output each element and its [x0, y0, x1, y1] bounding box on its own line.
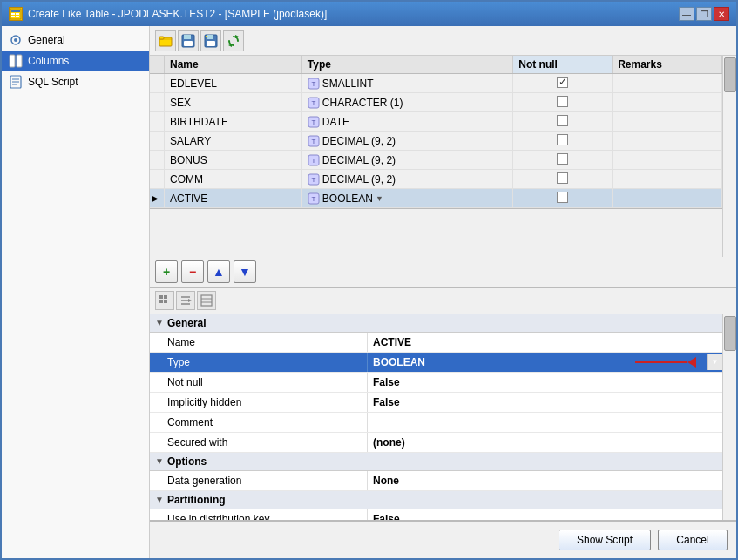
props-value-use-in-distribution-key: False [368, 511, 722, 521]
svg-rect-15 [159, 37, 164, 39]
save-button[interactable] [178, 30, 199, 51]
col-type: TDECIMAL (9, 2) [301, 170, 512, 189]
props-section-header-general[interactable]: ▼General [150, 314, 722, 333]
props-row-data-generation[interactable]: Data generationNone [150, 471, 722, 491]
props-content: ▼GeneralNameACTIVETypeBOOLEAN▼Not nullFa… [150, 314, 736, 521]
props-row-comment[interactable]: Comment [150, 413, 722, 433]
props-row-notnull[interactable]: Not nullFalse [150, 373, 722, 393]
props-scrollbar-v[interactable] [722, 314, 736, 521]
cancel-button[interactable]: Cancel [658, 530, 728, 550]
remove-row-button[interactable]: − [181, 260, 204, 283]
col-notnull[interactable] [513, 74, 613, 93]
props-scrollbar-thumb [724, 316, 736, 351]
col-type: TDATE [301, 112, 512, 132]
columns-icon [9, 54, 23, 68]
svg-rect-1 [11, 10, 20, 12]
col-notnull[interactable] [513, 170, 613, 189]
svg-rect-8 [10, 55, 15, 67]
arrow-line [635, 361, 687, 363]
col-notnull[interactable] [513, 151, 613, 170]
svg-rect-39 [159, 295, 163, 299]
props-label-comment: Comment [150, 413, 368, 432]
col-remarks [613, 151, 722, 170]
restore-button[interactable]: ❐ [696, 7, 712, 21]
collapse-icon: ▼ [155, 495, 164, 504]
checkbox-unchecked[interactable] [557, 153, 568, 165]
props-value-notnull: False [368, 374, 722, 390]
col-remarks [613, 132, 722, 151]
table-row[interactable]: ▶ACTIVETBOOLEAN ▼ [150, 189, 722, 208]
columns-section: Name Type Not null Remarks EDLEVELTSMALL… [150, 56, 736, 288]
col-notnull[interactable] [513, 189, 613, 208]
table-row[interactable]: SEXTCHARACTER (1) [150, 93, 722, 112]
checkbox-unchecked[interactable] [557, 192, 568, 203]
show-script-button[interactable]: Show Script [559, 530, 651, 550]
props-row-implicitly-hidden[interactable]: Implicitly hiddenFalse [150, 393, 722, 413]
svg-rect-3 [16, 13, 19, 15]
props-value-secured-with: (none) [368, 435, 722, 450]
main-window: Create Like Table - JPODLASEK.TEST2 - [S… [0, 0, 738, 560]
col-name: BIRTHDATE [165, 112, 302, 132]
close-button[interactable]: ✕ [714, 7, 729, 21]
col-name: SEX [165, 93, 302, 112]
minimize-button[interactable]: — [679, 7, 694, 21]
sidebar-item-general[interactable]: General [2, 30, 149, 51]
add-row-button[interactable]: + [155, 260, 178, 283]
props-section-header-partitioning[interactable]: ▼Partitioning [150, 491, 722, 509]
props-row-name[interactable]: NameACTIVE [150, 333, 722, 353]
svg-rect-2 [11, 13, 15, 15]
props-value-implicitly-hidden: False [368, 395, 722, 410]
col-remarks [613, 170, 722, 189]
props-value-text-secured-with: (none) [373, 436, 405, 449]
props-section-header-options[interactable]: ▼Options [150, 453, 722, 471]
col-name: ACTIVE [165, 189, 302, 208]
table-row[interactable]: BONUSTDECIMAL (9, 2) [150, 151, 722, 170]
row-indicator [150, 132, 165, 151]
col-notnull[interactable] [513, 93, 613, 112]
add-remove-bar: + − ▲ ▼ [150, 257, 736, 288]
checkbox-checked[interactable] [557, 77, 568, 88]
table-row[interactable]: SALARYTDECIMAL (9, 2) [150, 132, 722, 151]
move-down-button[interactable]: ▼ [234, 260, 256, 283]
col-type: TSMALLINT [301, 74, 512, 93]
props-row-secured-with[interactable]: Secured with(none) [150, 433, 722, 453]
svg-rect-20 [207, 35, 213, 39]
section-label-general: General [167, 317, 207, 329]
checkbox-unchecked[interactable] [557, 172, 568, 184]
row-indicator: ▶ [150, 189, 165, 208]
sidebar-item-sql-script[interactable]: SQL Script [2, 71, 149, 92]
checkbox-unchecked[interactable] [557, 115, 568, 126]
props-label-name: Name [150, 333, 368, 352]
col-notnull[interactable] [513, 112, 613, 132]
props-sort-btn[interactable] [155, 291, 174, 310]
checkbox-unchecked[interactable] [557, 96, 568, 107]
svg-text:T: T [311, 176, 315, 184]
props-view-btn[interactable] [197, 291, 216, 310]
title-bar: Create Like Table - JPODLASEK.TEST2 - [S… [2, 2, 736, 26]
table-row[interactable]: COMMTDECIMAL (9, 2) [150, 170, 722, 189]
svg-rect-4 [11, 16, 15, 17]
table-scrollbar-v[interactable] [722, 56, 736, 257]
open-button[interactable] [155, 30, 176, 51]
col-name: SALARY [165, 132, 302, 151]
props-value-comment [368, 421, 722, 424]
checkbox-unchecked[interactable] [557, 134, 568, 145]
sidebar-item-columns[interactable]: Columns [2, 51, 149, 71]
move-up-button[interactable]: ▲ [207, 260, 230, 283]
props-row-type[interactable]: TypeBOOLEAN▼ [150, 353, 722, 373]
table-row[interactable]: EDLEVELTSMALLINT [150, 74, 722, 93]
svg-rect-22 [206, 36, 207, 37]
dropdown-button[interactable]: ▼ [707, 354, 722, 370]
save-all-button[interactable] [200, 30, 221, 51]
svg-rect-41 [159, 300, 163, 303]
table-row[interactable]: BIRTHDATETDATE [150, 112, 722, 132]
svg-rect-18 [184, 41, 193, 46]
props-sort2-btn[interactable] [176, 291, 195, 310]
svg-rect-17 [184, 35, 191, 39]
col-notnull[interactable] [513, 132, 613, 151]
props-label-implicitly-hidden: Implicitly hidden [150, 393, 368, 412]
props-row-use-in-distribution-key[interactable]: Use in distribution keyFalse [150, 509, 722, 521]
collapse-icon: ▼ [155, 318, 164, 327]
refresh-button[interactable] [223, 30, 244, 51]
title-bar-left: Create Like Table - JPODLASEK.TEST2 - [S… [9, 7, 327, 21]
